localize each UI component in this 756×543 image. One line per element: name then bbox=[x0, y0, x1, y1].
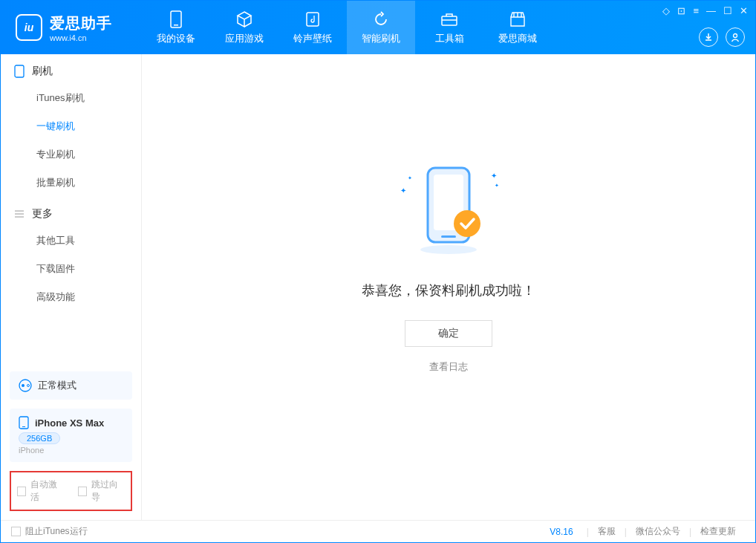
nav-tab-toolbox[interactable]: 工具箱 bbox=[415, 1, 483, 54]
note-icon bbox=[303, 10, 322, 29]
window-control-minimize[interactable]: — bbox=[706, 5, 716, 16]
sync-icon bbox=[371, 10, 391, 29]
svg-rect-6 bbox=[15, 65, 24, 77]
sidebar-item-batch-flash[interactable]: 批量刷机 bbox=[1, 169, 141, 197]
view-log-link[interactable]: 查看日志 bbox=[429, 360, 468, 374]
sidebar-item-download-firmware[interactable]: 下载固件 bbox=[1, 255, 141, 283]
svg-rect-2 bbox=[174, 25, 178, 26]
svg-point-15 bbox=[454, 210, 480, 237]
option-skip-guide[interactable]: 跳过向导 bbox=[78, 478, 126, 504]
nav-tab-device[interactable]: 我的设备 bbox=[142, 1, 210, 54]
section-title-label: 刷机 bbox=[32, 65, 53, 78]
sidebar-item-other-tools[interactable]: 其他工具 bbox=[1, 227, 141, 255]
svg-point-9 bbox=[27, 385, 30, 387]
nav-label: 智能刷机 bbox=[362, 32, 400, 45]
svg-text:iu: iu bbox=[25, 22, 34, 33]
toolbox-icon bbox=[440, 10, 459, 29]
nav-tab-flash[interactable]: 智能刷机 bbox=[347, 1, 415, 54]
footer-link-wechat[interactable]: 微信公众号 bbox=[636, 525, 680, 538]
sidebar-item-itunes-flash[interactable]: iTunes刷机 bbox=[1, 84, 141, 112]
app-title: 爱思助手 bbox=[50, 13, 112, 33]
nav-tabs: 我的设备 应用游戏 铃声壁纸 智能刷机 工具箱 爱思商城 bbox=[142, 1, 655, 54]
phone-icon bbox=[14, 65, 25, 78]
nav-tab-store[interactable]: 爱思商城 bbox=[483, 1, 552, 54]
sidebar-item-advanced[interactable]: 高级功能 bbox=[1, 283, 141, 311]
nav-label: 应用游戏 bbox=[225, 32, 264, 45]
mode-icon bbox=[19, 379, 32, 392]
mode-label: 正常模式 bbox=[38, 379, 76, 392]
list-icon bbox=[14, 209, 25, 219]
success-title: 恭喜您，保资料刷机成功啦！ bbox=[362, 282, 535, 299]
checkbox-icon[interactable] bbox=[11, 527, 21, 536]
mode-card[interactable]: 正常模式 bbox=[10, 371, 132, 400]
option-label: 跳过向导 bbox=[91, 478, 125, 504]
footer-link-support[interactable]: 客服 bbox=[598, 525, 616, 538]
options-highlight-box: 自动激活 跳过向导 bbox=[10, 471, 132, 511]
checkbox-icon[interactable] bbox=[78, 487, 87, 496]
window-control-skin[interactable]: ◇ bbox=[662, 5, 670, 16]
footer: 阻止iTunes运行 V8.16 | 客服 | 微信公众号 | 检查更新 bbox=[1, 520, 755, 542]
logo-section: iu 爱思助手 www.i4.cn bbox=[1, 1, 142, 54]
nav-label: 我的设备 bbox=[157, 32, 195, 45]
section-title-label: 更多 bbox=[32, 207, 53, 221]
device-icon bbox=[166, 10, 186, 29]
block-itunes-label[interactable]: 阻止iTunes运行 bbox=[25, 525, 88, 538]
success-illustration: ✦ ✦ ✦ ✦ bbox=[397, 157, 501, 261]
sidebar-item-onekey-flash[interactable]: 一键刷机 bbox=[1, 112, 141, 140]
nav-tab-ringtones[interactable]: 铃声壁纸 bbox=[278, 1, 347, 54]
device-card[interactable]: iPhone XS Max 256GB iPhone bbox=[10, 409, 132, 462]
download-button[interactable] bbox=[699, 27, 718, 47]
svg-rect-11 bbox=[22, 426, 25, 427]
option-label: 自动激活 bbox=[30, 478, 64, 504]
main-content: ✦ ✦ ✦ ✦ 恭喜您，保资料刷机成功啦！ 确定 查看日志 bbox=[142, 54, 755, 520]
svg-point-8 bbox=[22, 384, 25, 387]
sidebar: 刷机 iTunes刷机 一键刷机 专业刷机 批量刷机 更多 其他工具 下载固件 … bbox=[1, 54, 142, 520]
device-icon bbox=[19, 416, 29, 429]
cube-icon bbox=[235, 10, 254, 29]
checkbox-icon[interactable] bbox=[17, 487, 26, 496]
svg-point-16 bbox=[420, 245, 477, 254]
sidebar-section-more: 更多 bbox=[1, 197, 141, 227]
version-label: V8.16 bbox=[550, 527, 573, 537]
device-name-label: iPhone XS Max bbox=[35, 417, 104, 429]
window-controls: ◇ ⊡ ≡ — ☐ ✕ bbox=[655, 1, 755, 54]
user-button[interactable] bbox=[726, 27, 745, 47]
sidebar-section-flash: 刷机 bbox=[1, 54, 141, 84]
footer-link-update[interactable]: 检查更新 bbox=[700, 525, 736, 538]
sidebar-item-pro-flash[interactable]: 专业刷机 bbox=[1, 140, 141, 169]
store-icon bbox=[508, 10, 527, 29]
window-control-close[interactable]: ✕ bbox=[740, 5, 748, 16]
window-control-menu[interactable]: ≡ bbox=[693, 5, 699, 16]
nav-label: 铃声壁纸 bbox=[293, 32, 332, 45]
device-storage-badge: 256GB bbox=[19, 432, 60, 444]
window-control-mini[interactable]: ⊡ bbox=[677, 5, 685, 16]
svg-point-5 bbox=[734, 34, 737, 38]
confirm-button[interactable]: 确定 bbox=[405, 320, 492, 347]
window-control-maximize[interactable]: ☐ bbox=[723, 5, 732, 16]
device-type-label: iPhone bbox=[19, 446, 123, 455]
nav-tab-apps[interactable]: 应用游戏 bbox=[210, 1, 278, 54]
app-body: 刷机 iTunes刷机 一键刷机 专业刷机 批量刷机 更多 其他工具 下载固件 … bbox=[1, 54, 755, 520]
app-logo-icon: iu bbox=[16, 14, 42, 41]
svg-rect-14 bbox=[441, 235, 456, 238]
nav-label: 爱思商城 bbox=[498, 32, 537, 45]
option-auto-activate[interactable]: 自动激活 bbox=[17, 478, 65, 504]
nav-label: 工具箱 bbox=[435, 32, 464, 45]
svg-rect-4 bbox=[442, 16, 457, 25]
app-header: iu 爱思助手 www.i4.cn 我的设备 应用游戏 铃声壁纸 智能刷机 工具… bbox=[1, 1, 755, 54]
app-subtitle: www.i4.cn bbox=[50, 33, 112, 42]
